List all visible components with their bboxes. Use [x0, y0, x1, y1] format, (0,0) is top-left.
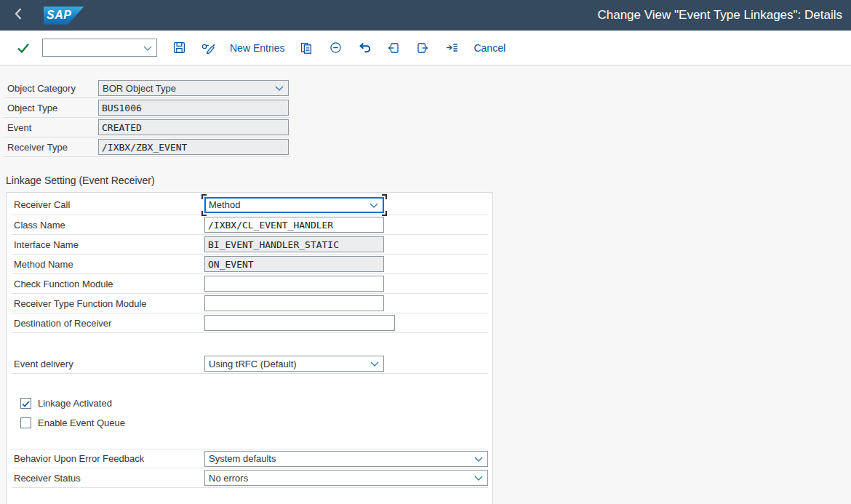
back-page-button[interactable]: [386, 41, 401, 55]
form-row: Interface Name BI_EVENT_HANDLER_STATIC: [12, 235, 488, 255]
enter-button[interactable]: [16, 41, 31, 55]
receiver-status-value: No errors: [209, 473, 248, 484]
form-row: Event CREATED: [4, 118, 290, 137]
form-row: Destination of Receiver: [12, 313, 488, 333]
page-title: Change View "Event Type Linkages": Detai…: [597, 8, 851, 23]
check-function-module-label: Check Function Module: [12, 279, 204, 289]
receiver-type-function-module-label: Receiver Type Function Module: [12, 298, 204, 309]
form-row: Class Name /IXBX/CL_EVENT_HANDLER: [12, 215, 488, 235]
checkbox-row: Linkage Activated: [12, 393, 488, 413]
undo-arrow-icon: [359, 42, 371, 54]
behavior-upon-error-feedback-label: Behavior Upon Error Feedback: [12, 453, 204, 464]
enable-event-queue-checkbox[interactable]: [20, 417, 31, 428]
interface-name-label: Interface Name: [12, 239, 204, 250]
chevron-down-icon: [369, 199, 378, 210]
receiver-type-function-module-input[interactable]: [204, 295, 384, 311]
destination-of-receiver-label: Destination of Receiver: [12, 318, 204, 329]
new-entries-button[interactable]: New Entries: [230, 42, 284, 54]
form-row: Check Function Module: [12, 274, 488, 294]
minus-circle-icon: [329, 41, 342, 54]
save-button[interactable]: [172, 41, 186, 55]
receiver-type-label: Receiver Type: [4, 142, 98, 153]
chevron-down-icon: [370, 359, 379, 369]
event-label: Event: [4, 122, 98, 133]
copy-as-button[interactable]: [299, 41, 313, 55]
app-header: SAP Change View "Event Type Linkages": D…: [0, 0, 851, 31]
interface-name-field: BI_EVENT_HANDLER_STATIC: [204, 236, 384, 252]
interface-name-value: BI_EVENT_HANDLER_STATIC: [208, 239, 339, 250]
receiver-type-field: /IXBX/ZBX_EVENT: [98, 139, 289, 155]
spacer: [12, 433, 488, 449]
chevron-down-icon: [143, 42, 152, 53]
form-row: Receiver Call Method: [12, 193, 488, 215]
object-category-label: Object Category: [4, 83, 98, 94]
method-name-field: ON_EVENT: [204, 256, 384, 272]
delete-button[interactable]: [328, 41, 343, 55]
class-name-value: /IXBX/CL_EVENT_HANDLER: [208, 220, 333, 231]
receiver-status-select[interactable]: No errors: [204, 470, 488, 486]
event-delivery-select[interactable]: Using tRFC (Default): [204, 356, 384, 372]
form-row: Receiver Type /IXBX/ZBX_EVENT: [4, 137, 290, 157]
command-field[interactable]: [42, 39, 157, 57]
behavior-upon-error-feedback-select[interactable]: System defaults: [204, 451, 488, 467]
linkage-activated-label: Linkage Activated: [38, 398, 112, 409]
receiver-call-select[interactable]: Method: [204, 197, 384, 213]
back-button[interactable]: [6, 4, 31, 26]
chevron-down-icon: [474, 473, 483, 484]
receiver-status-label: Receiver Status: [12, 473, 204, 484]
chevron-left-icon: [14, 7, 23, 23]
destination-of-receiver-input[interactable]: [204, 315, 395, 331]
form-row: Behavior Upon Error Feedback System defa…: [12, 449, 488, 468]
chevron-down-icon: [474, 453, 483, 464]
checkbox-row: Enable Event Queue: [12, 413, 488, 433]
check-function-module-input[interactable]: [204, 276, 384, 292]
method-name-label: Method Name: [12, 259, 204, 270]
save-icon: [173, 41, 185, 54]
application-toolbar: New Entries: [0, 31, 851, 65]
position-button[interactable]: [444, 41, 459, 55]
class-name-label: Class Name: [12, 220, 204, 231]
form-row: Receiver Status No errors: [12, 468, 488, 488]
linkage-section-heading: Linkage Setting (Event Receiver): [6, 175, 851, 186]
event-delivery-label: Event delivery: [12, 359, 204, 369]
arrow-to-list-icon: [446, 42, 458, 53]
display-change-button[interactable]: [201, 41, 215, 55]
receiver-call-value: Method: [209, 199, 240, 210]
method-name-value: ON_EVENT: [208, 259, 254, 270]
event-field: CREATED: [98, 119, 289, 135]
enable-event-queue-label: Enable Event Queue: [38, 417, 125, 428]
object-category-select: BOR Object Type: [98, 80, 289, 96]
form-row: Object Type BUS1006: [4, 98, 290, 118]
form-row: Event delivery Using tRFC (Default): [12, 354, 488, 374]
spacer: [12, 333, 488, 354]
exit-page-button[interactable]: [415, 41, 430, 55]
check-icon: [17, 42, 30, 54]
chevron-down-icon: [275, 83, 284, 94]
linkage-activated-checkbox[interactable]: [20, 398, 31, 409]
form-row: Method Name ON_EVENT: [12, 255, 488, 274]
key-fields-form: Object Category BOR Object Type Object T…: [4, 79, 290, 157]
receiver-type-value: /IXBX/ZBX_EVENT: [102, 142, 187, 153]
object-type-field: BUS1006: [98, 100, 289, 116]
sap-logo: SAP: [44, 7, 84, 25]
form-row: Receiver Type Function Module: [12, 294, 488, 313]
object-type-value: BUS1006: [102, 103, 142, 113]
main-content: Object Category BOR Object Type Object T…: [0, 65, 851, 504]
cancel-button[interactable]: Cancel: [474, 42, 506, 54]
behavior-upon-error-feedback-value: System defaults: [209, 453, 276, 464]
page-arrow-left-icon: [388, 42, 399, 54]
page-arrow-right-icon: [417, 42, 428, 54]
linkage-group-box: Receiver Call Method Class Name /IXBX/CL…: [6, 192, 493, 504]
checkmark-icon: [22, 397, 30, 410]
form-row: Object Category BOR Object Type: [4, 79, 290, 98]
glasses-pencil-icon: [201, 41, 215, 54]
spacer: [12, 374, 488, 393]
object-category-value: BOR Object Type: [103, 83, 176, 94]
sap-logo-text: SAP: [44, 9, 71, 22]
receiver-call-label: Receiver Call: [12, 199, 204, 210]
class-name-input[interactable]: /IXBX/CL_EVENT_HANDLER: [204, 217, 384, 233]
object-type-label: Object Type: [4, 103, 98, 113]
undo-button[interactable]: [357, 41, 372, 55]
focus-frame: Method: [204, 197, 384, 213]
event-delivery-value: Using tRFC (Default): [209, 359, 297, 369]
